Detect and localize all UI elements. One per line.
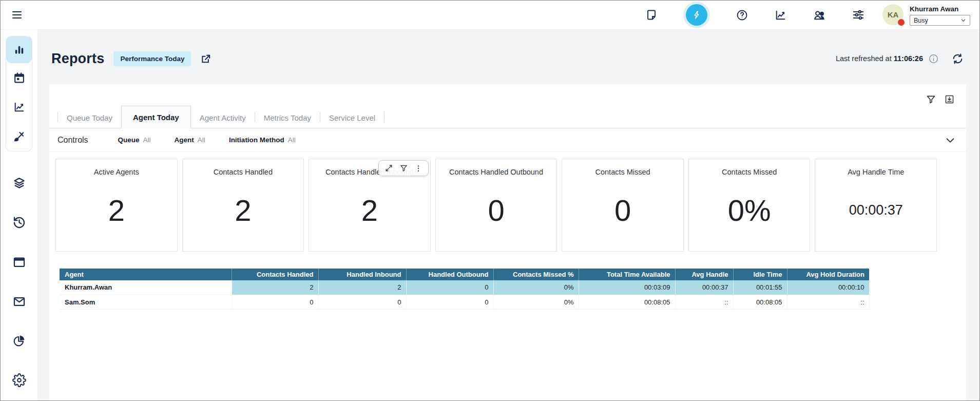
last-refreshed-time: 11:06:26 — [894, 54, 923, 63]
cell-value: 00:08:05 — [579, 295, 675, 309]
cell-value: 0 — [232, 295, 318, 309]
card-title: Contacts Missed — [562, 168, 683, 176]
more-vertical-icon[interactable] — [414, 164, 422, 173]
app-window: KA Khurram Awan Busy — [0, 0, 980, 401]
avatar[interactable]: KA — [882, 4, 904, 25]
menu-icon[interactable] — [11, 9, 23, 21]
cell-value: 0 — [406, 295, 493, 309]
col-idle-time[interactable]: Idle Time — [733, 269, 787, 280]
metric-card-contacts-missed-pct[interactable]: Contacts Missed 0% — [688, 159, 811, 252]
user-name: Khurram Awan — [910, 5, 970, 13]
cell-value: 00:03:09 — [579, 280, 675, 295]
card-title: Contacts Missed — [689, 168, 810, 176]
collapse-chevron-icon[interactable] — [945, 135, 956, 146]
expand-icon[interactable] — [385, 164, 393, 173]
page-header: Reports Performance Today Last refreshed… — [49, 30, 966, 84]
filter-funnel-icon[interactable] — [926, 93, 936, 105]
col-avg-handle[interactable]: Avg Handle — [675, 269, 733, 280]
info-icon[interactable] — [928, 53, 939, 64]
card-title: Contacts Handled Outbound — [436, 168, 557, 176]
sidebar-item-calendar[interactable] — [6, 63, 32, 92]
controls-title: Controls — [57, 136, 88, 145]
help-icon[interactable] — [736, 9, 748, 22]
col-contacts-missed-pct[interactable]: Contacts Missed % — [493, 269, 579, 280]
col-contacts-handled[interactable]: Contacts Handled — [232, 269, 318, 280]
metric-card-contacts-handled-inbound[interactable]: Contacts Handled Inbound 2 — [309, 159, 431, 252]
metric-card-avg-handle-time[interactable]: Avg Handle Time 00:00:37 — [815, 159, 937, 252]
filter-queue[interactable]: Queue All — [118, 136, 151, 144]
table-row[interactable]: Khurram.Awan 2 2 0 0% 00:03:09 00:00:37 … — [60, 280, 869, 295]
tab-queue-today[interactable]: Queue Today — [58, 109, 121, 128]
calendar-icon — [13, 71, 26, 84]
history-icon[interactable] — [12, 216, 26, 230]
cell-value: :: — [675, 295, 733, 309]
users-icon[interactable] — [813, 8, 826, 22]
cell-value: 0 — [318, 295, 406, 309]
topbar: KA Khurram Awan Busy — [1, 1, 979, 30]
metric-card-active-agents[interactable]: Active Agents 2 — [55, 159, 178, 252]
table-row[interactable]: Sam.Som 0 0 0 0% 00:08:05 :: 00:08:05 :: — [60, 295, 869, 309]
controls-row: Controls Queue All Agent All Initiation … — [49, 128, 966, 152]
design-brush-icon — [12, 130, 26, 143]
note-icon[interactable] — [645, 9, 658, 21]
col-total-time-available[interactable]: Total Time Available — [579, 269, 675, 280]
status-select[interactable]: Busy — [910, 15, 970, 26]
mail-icon[interactable] — [12, 295, 26, 309]
last-refreshed-text: Last refreshed at 11:06:26 — [836, 54, 923, 63]
metric-card-contacts-handled[interactable]: Contacts Handled 2 — [182, 159, 304, 252]
panel-toolbar — [49, 84, 966, 105]
tab-divider — [384, 112, 385, 122]
page-title: Reports — [51, 51, 104, 67]
card-value: 2 — [108, 193, 125, 227]
col-agent[interactable]: Agent — [60, 269, 232, 280]
status-value: Busy — [914, 17, 928, 24]
sidebar-item-line-chart[interactable] — [6, 92, 32, 122]
pie-chart-icon[interactable] — [12, 334, 26, 348]
browser-window-icon[interactable] — [12, 255, 26, 269]
col-handled-outbound[interactable]: Handled Outbound — [406, 269, 493, 280]
cell-agent: Sam.Som — [60, 295, 232, 309]
card-value: 2 — [235, 193, 251, 227]
filter-agent-label: Agent — [175, 136, 194, 144]
card-value: 2 — [361, 193, 378, 227]
external-link-icon[interactable] — [200, 53, 212, 65]
analytics-chart-icon[interactable] — [774, 9, 787, 22]
cell-value: 2 — [232, 280, 318, 295]
filter-agent[interactable]: Agent All — [175, 136, 205, 144]
metric-card-contacts-handled-outbound[interactable]: Contacts Handled Outbound 0 — [435, 159, 558, 252]
tab-agent-today[interactable]: Agent Today — [121, 106, 191, 128]
sidebar-item-bar-chart[interactable] — [6, 36, 32, 63]
settings-gear-icon[interactable] — [12, 373, 26, 387]
sidebar-item-design[interactable] — [6, 122, 32, 151]
col-avg-hold-duration[interactable]: Avg Hold Duration — [787, 269, 869, 280]
report-badge[interactable]: Performance Today — [113, 51, 191, 66]
col-handled-inbound[interactable]: Handled Inbound — [318, 269, 406, 280]
last-refreshed-label: Last refreshed at — [836, 54, 892, 63]
card-filter-funnel-icon[interactable] — [399, 164, 408, 173]
refresh-icon[interactable] — [951, 52, 964, 65]
sidebar — [1, 30, 38, 400]
refresh-area: Last refreshed at 11:06:26 — [836, 52, 964, 65]
card-value: 0% — [728, 193, 771, 227]
metric-cards-row: Active Agents 2 Contacts Handled 2 Conta… — [55, 159, 937, 252]
app-body: Reports Performance Today Last refreshed… — [1, 30, 979, 400]
main-content: Reports Performance Today Last refreshed… — [38, 30, 979, 400]
cell-value: 0 — [406, 280, 493, 295]
filter-queue-label: Queue — [118, 136, 140, 144]
cell-agent: Khurram.Awan — [60, 280, 232, 295]
cell-value: 2 — [318, 280, 406, 295]
report-panel: Queue Today Agent Today Agent Activity M… — [49, 84, 966, 400]
cell-value: :: — [787, 295, 869, 309]
tab-metrics-today[interactable]: Metrics Today — [255, 109, 320, 128]
sliders-icon[interactable] — [852, 8, 865, 22]
download-icon[interactable] — [944, 93, 955, 105]
report-tabs: Queue Today Agent Today Agent Activity M… — [49, 106, 966, 128]
filter-initiation-method[interactable]: Initiation Method All — [229, 136, 296, 144]
tab-service-level[interactable]: Service Level — [320, 109, 384, 128]
lightning-active-icon[interactable] — [683, 2, 710, 28]
avatar-initials: KA — [888, 10, 899, 19]
metric-card-contacts-missed[interactable]: Contacts Missed 0 — [562, 159, 684, 252]
layers-icon[interactable] — [12, 176, 26, 190]
tab-agent-activity[interactable]: Agent Activity — [191, 109, 255, 128]
status-dot — [898, 19, 905, 26]
